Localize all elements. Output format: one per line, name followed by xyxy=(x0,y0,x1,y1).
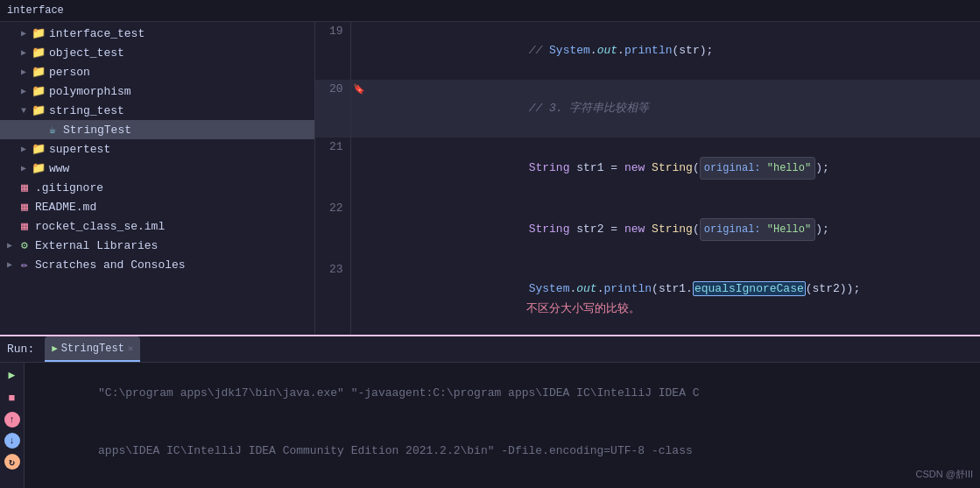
param-hint: original: "hello" xyxy=(700,157,815,180)
folder-icon: 📁 xyxy=(32,84,46,98)
sidebar-item-gitignore[interactable]: ▦ .gitignore xyxy=(0,178,314,197)
sidebar-item-label: External Libraries xyxy=(35,239,158,252)
code-annotation: 不区分大小写的比较。 xyxy=(526,301,640,315)
code-line-20[interactable]: // 3. 字符串比较相等 xyxy=(368,80,980,138)
table-row: 23 System.out.println(str1.equalsIgnoreC… xyxy=(315,260,980,335)
line-number: 19 xyxy=(315,22,350,80)
run-button[interactable]: ▶ xyxy=(4,366,21,384)
sidebar-item-object-test[interactable]: ▶ 📁 object_test xyxy=(0,43,314,62)
out-token: out xyxy=(597,44,617,57)
top-bar-title: interface xyxy=(7,4,64,17)
punct-token: . xyxy=(617,44,624,57)
arrow-icon: ▼ xyxy=(18,104,30,117)
gutter xyxy=(350,199,368,260)
run-label: Run: xyxy=(7,343,34,356)
sidebar-item-label: rocket_class_se.iml xyxy=(35,220,165,233)
stop-button[interactable]: ■ xyxy=(4,389,21,407)
arrow-spacer xyxy=(4,201,16,213)
gutter xyxy=(350,260,368,335)
sidebar-item-external-libraries[interactable]: ▶ ⚙ External Libraries xyxy=(0,236,314,255)
out-token: out xyxy=(576,282,596,295)
run-panel-body: ▶ ■ ↑ ↓ ↻ "C:\program apps\jdk17\bin\jav… xyxy=(0,363,980,488)
debug-button[interactable]: ↑ xyxy=(4,412,20,428)
restart-button[interactable]: ↓ xyxy=(4,433,20,449)
table-row: 21 String str1 = new String(original: "h… xyxy=(315,138,980,199)
main-area: ▶ 📁 interface_test ▶ 📁 object_test ▶ 📁 p… xyxy=(0,22,980,335)
folder-icon: 📁 xyxy=(32,65,46,79)
punct-token: . xyxy=(590,44,597,57)
watermark: CSDN @舒III xyxy=(915,468,973,481)
arrow-icon: ▶ xyxy=(4,258,16,271)
step-button[interactable]: ↻ xyxy=(4,454,20,470)
sidebar-item-readme[interactable]: ▦ README.md xyxy=(0,197,314,216)
code-line-21[interactable]: String str1 = new String(original: "hell… xyxy=(368,138,980,199)
sidebar-item-polymorphism[interactable]: ▶ 📁 polymorphism xyxy=(0,81,314,101)
run-side-buttons: ▶ ■ ↑ ↓ ↻ xyxy=(0,363,25,488)
sidebar-item-person[interactable]: ▶ 📁 person xyxy=(0,62,314,81)
code-line-19[interactable]: // System.out.println(str); xyxy=(368,22,980,80)
punct-token: )); xyxy=(840,282,860,295)
table-row: 19 // System.out.println(str); xyxy=(315,22,980,80)
punct-token: ( xyxy=(652,282,659,295)
param-label: original: xyxy=(704,162,767,174)
arrow-spacer xyxy=(4,220,16,232)
editor: 19 // System.out.println(str); 20 🔖 xyxy=(315,22,980,335)
sidebar-item-scratches[interactable]: ▶ ✏ Scratches and Consoles xyxy=(0,255,314,274)
param-value: "Hello" xyxy=(767,223,811,236)
line-number: 23 xyxy=(315,260,350,335)
gutter xyxy=(350,22,368,80)
sidebar-item-supertest[interactable]: ▶ 📁 supertest xyxy=(0,139,314,159)
gutter-bookmark: 🔖 xyxy=(350,80,368,138)
folder-icon: 📁 xyxy=(32,142,46,156)
param-hint: original: "Hello" xyxy=(700,218,815,241)
sidebar-item-string-test[interactable]: ▼ 📁 string_test xyxy=(0,101,314,120)
arrow-spacer xyxy=(32,124,44,136)
keyword-token: String xyxy=(474,161,576,174)
comment-token: // 3. 字符串比较相等 xyxy=(474,102,649,115)
punct-token: . xyxy=(686,282,693,295)
code-area[interactable]: 19 // System.out.println(str); 20 🔖 xyxy=(315,22,980,335)
punct-token: ); xyxy=(700,44,714,57)
sidebar-item-www[interactable]: ▶ 📁 www xyxy=(0,159,314,178)
folder-icon: 📁 xyxy=(32,103,46,117)
code-line-23[interactable]: System.out.println(str1.equalsIgnoreCase… xyxy=(368,260,980,335)
punct-token: ( xyxy=(806,282,813,295)
keyword-token: new xyxy=(624,161,652,174)
var-token: str1 xyxy=(659,282,686,295)
punct-token: ); xyxy=(815,161,829,174)
sidebar-item-label: interface_test xyxy=(49,27,145,40)
sidebar-item-label: polymorphism xyxy=(49,85,131,98)
sidebar-item-label: person xyxy=(49,66,90,79)
sidebar-item-label: string_test xyxy=(49,104,124,117)
console-line: C:\Users\bit\IdeaProjects\rocket_class_s… xyxy=(30,480,975,488)
punct-token: = xyxy=(603,161,624,174)
line-number: 20 xyxy=(315,80,350,138)
sidebar-item-label: object_test xyxy=(49,46,124,60)
sidebar-item-iml[interactable]: ▦ rocket_class_se.iml xyxy=(0,216,314,236)
sidebar: ▶ 📁 interface_test ▶ 📁 object_test ▶ 📁 p… xyxy=(0,22,315,335)
arrow-icon: ▶ xyxy=(4,239,16,251)
run-tab-stringtest[interactable]: ▶ StringTest ✕ xyxy=(45,336,140,362)
sidebar-item-label: supertest xyxy=(49,143,110,156)
arrow-icon: ▶ xyxy=(18,66,30,78)
code-table: 19 // System.out.println(str); 20 🔖 xyxy=(315,22,980,335)
sidebar-item-stringtest[interactable]: ☕ StringTest xyxy=(0,120,314,139)
gutter xyxy=(350,138,368,199)
scratches-icon: ✏ xyxy=(18,258,32,272)
var-token: str2 xyxy=(813,282,840,295)
table-row: 22 String str2 = new String(original: "H… xyxy=(315,199,980,260)
folder-icon: 📁 xyxy=(32,161,46,175)
sidebar-item-label: Scratches and Consoles xyxy=(35,258,186,272)
external-libraries-icon: ⚙ xyxy=(18,238,32,252)
punct-token: ( xyxy=(693,223,700,236)
run-panel: Run: ▶ StringTest ✕ ▶ ■ ↑ ↓ ↻ "C:\progra… xyxy=(0,335,980,488)
bookmark-icon: 🔖 xyxy=(353,84,365,95)
run-tab-close-button[interactable]: ✕ xyxy=(128,343,134,354)
sidebar-item-interface-test[interactable]: ▶ 📁 interface_test xyxy=(0,24,314,43)
code-line-22[interactable]: String str2 = new String(original: "Hell… xyxy=(368,199,980,260)
method-highlight-token: equalsIgnoreCase xyxy=(693,281,806,296)
keyword-token: String xyxy=(474,223,576,236)
arrow-icon: ▶ xyxy=(18,85,30,97)
line-number: 21 xyxy=(315,138,350,199)
git-icon: ▦ xyxy=(18,180,32,194)
